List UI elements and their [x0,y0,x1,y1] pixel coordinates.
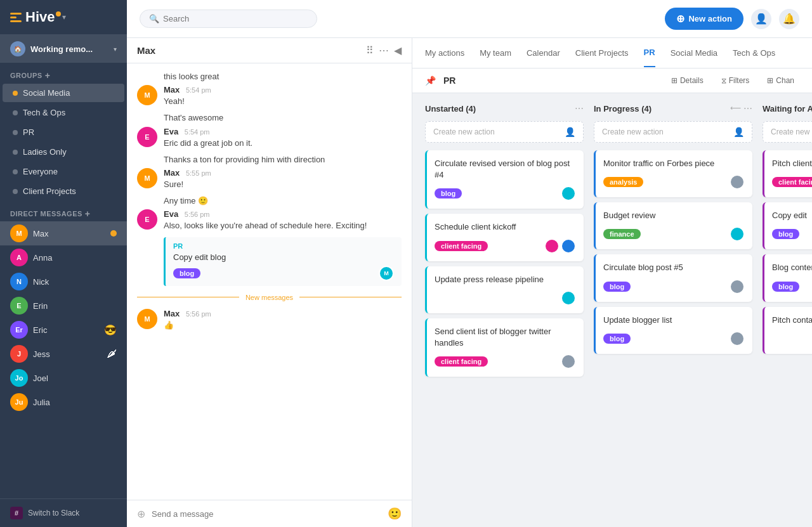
collapse-icon[interactable]: ◀ [394,44,402,56]
kanban-card[interactable]: Pitch clients name for podcast client fa… [763,150,812,197]
kanban-card[interactable]: Send client list of blogger twitter hand… [425,318,584,377]
action-card-title: Copy edit blog [173,252,394,262]
avatar: Er [10,321,28,339]
logo-chevron[interactable]: ▾ [62,13,66,22]
message-text: Eric did a great job on it. [164,138,402,149]
message-text: That's awesome [164,112,402,124]
kanban-area: My actions My team Calendar Client Proje… [412,38,812,527]
card-title: Circulate blog post #5 [603,262,745,273]
search-box[interactable]: 🔍 [140,10,317,28]
logo-dot [56,11,61,16]
filters-button[interactable]: ⧖ Filters [716,74,755,88]
kanban-card[interactable]: Circulate revised version of blog post #… [425,150,584,209]
sidebar-item-ladies-only[interactable]: Ladies Only [3,143,124,161]
card-title: Circulate revised version of blog post #… [435,158,576,181]
sidebar-dm-erin[interactable]: E Erin [0,294,127,318]
message-bubble: E Eva 5:56 pm Also, looks like you're ah… [137,209,402,231]
create-action-box[interactable]: Create new action 👤 [425,121,584,143]
logo-icon [10,13,22,22]
more-options-icon[interactable]: ⋯ [379,44,389,56]
more-options-icon[interactable]: ⋯ [575,103,584,114]
action-card[interactable]: PR Copy edit blog blog M [164,237,402,286]
create-action-text: Create new action [771,127,812,136]
search-input[interactable] [163,14,290,23]
tab-client-projects[interactable]: Client Projects [575,39,629,67]
sender-name: Max [164,85,180,94]
card-footer: blog [603,331,745,346]
nav-dot [13,130,18,135]
logo-text: Hive [25,9,55,25]
tab-tech-ops[interactable]: Tech & Ops [733,39,775,67]
create-action-box[interactable]: Create new action 👤 [763,121,812,143]
create-action-text: Create new action [602,127,664,136]
workspace-icon: 🏠 [10,41,25,56]
sidebar-item-label: Tech & Ops [23,108,65,117]
sidebar-dm-nick[interactable]: N Nick [0,270,127,294]
collapse-icon[interactable]: ⟵ [730,103,741,114]
add-message-icon[interactable]: ⊕ [137,508,145,520]
column-title: Unstarted (4) [425,104,571,114]
sidebar-dm-anna[interactable]: A Anna [0,245,127,270]
new-action-button[interactable]: ⊕ New action [665,8,743,30]
sidebar-dm-jess[interactable]: J Jess 🌶 [0,342,127,366]
sidebar-item-pr[interactable]: PR [3,123,124,141]
column-waiting: Waiting for Approval (4) ⟵ ⋯ Create new … [763,103,812,354]
dm-name: Anna [33,253,117,263]
kanban-card[interactable]: Blog content review blog [763,254,812,301]
create-action-box[interactable]: Create new action 👤 [594,121,752,143]
more-options-icon[interactable]: ⋯ [743,103,752,114]
sidebar-item-tech-ops[interactable]: Tech & Ops [3,103,124,122]
sidebar-dm-max[interactable]: M Max [0,221,127,245]
kanban-card[interactable]: Update press release pipeline [425,266,584,313]
workspace-selector[interactable]: 🏠 Working remo... ▾ [0,35,127,63]
grid-icon[interactable]: ⠿ [366,44,374,56]
card-title: Schedule client kickoff [435,221,576,233]
message-time: 5:54 pm [185,128,210,136]
user-profile-icon[interactable]: 👤 [751,9,771,29]
sidebar-dm-eric[interactable]: Er Eric 😎 [0,318,127,342]
tab-pr[interactable]: PR [644,39,655,67]
switch-to-slack[interactable]: # Switch to Slack [0,498,127,527]
kanban-card[interactable]: Pitch contacts for client press release [763,307,812,354]
message-input[interactable] [152,509,381,519]
sidebar: Hive ▾ 🏠 Working remo... ▾ GROUPS + Soci… [0,0,127,527]
emoji-icon[interactable]: 🙂 [388,507,402,521]
kanban-card[interactable]: Copy edit blog [763,202,812,249]
dm-name: Julia [33,398,117,407]
dm-name: Joel [33,374,117,383]
tab-calendar[interactable]: Calendar [527,39,560,67]
sidebar-item-everyone[interactable]: Everyone [3,162,124,181]
kanban-card[interactable]: Update blogger list blog [594,307,752,354]
kanban-card[interactable]: Schedule client kickoff client facing [425,214,584,261]
add-group-icon[interactable]: + [45,70,51,81]
message-bubble: M Max 5:54 pm Yeah! [137,85,402,107]
sidebar-dm-joel[interactable]: Jo Joel [0,366,127,390]
tag-pill: blog [603,334,631,344]
tab-my-team[interactable]: My team [480,39,511,67]
notifications-icon[interactable]: 🔔 [779,9,799,29]
kanban-card[interactable]: Circulate blog post #5 blog [594,254,752,301]
message-text: Thanks a ton for providing him with dire… [164,154,402,166]
details-button[interactable]: ⊞ Details [666,74,709,88]
message-content: Max 5:55 pm Sure! [164,168,402,190]
dm-name: Erin [33,301,117,311]
sidebar-item-social-media[interactable]: Social Media [3,84,124,102]
sidebar-dm-julia[interactable]: Ju Julia [0,390,127,414]
create-action-text: Create new action [433,127,495,136]
card-footer [435,290,576,306]
nav-dot [13,150,18,155]
message-bubble: M Max 5:55 pm Sure! [137,168,402,190]
kanban-toolbar: 📌 PR ⊞ Details ⧖ Filters ⊞ Chan [412,68,812,93]
avatar [730,226,745,242]
sidebar-item-client-projects[interactable]: Client Projects [3,182,124,200]
add-dm-icon[interactable]: + [85,209,91,219]
kanban-card[interactable]: Budget review finance [594,202,752,249]
tab-my-actions[interactable]: My actions [425,39,464,67]
sidebar-item-label: Social Media [23,88,70,98]
tag-pill: finance [603,229,641,239]
column-header: Unstarted (4) ⋯ [425,103,584,114]
chan-button[interactable]: ⊞ Chan [762,74,799,88]
kanban-card[interactable]: Monitor traffic on Forbes piece analysis [594,150,752,197]
tab-social-media[interactable]: Social Media [671,39,717,67]
message-text: 👍 [164,320,402,331]
